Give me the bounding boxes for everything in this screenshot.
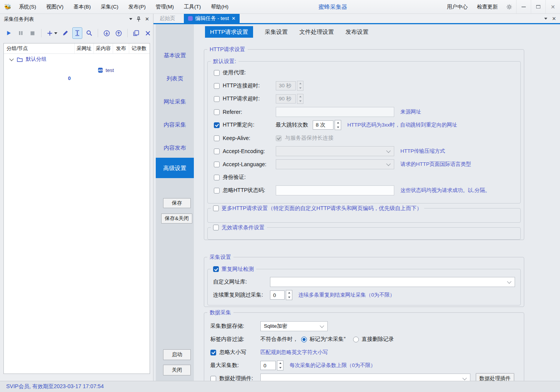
add-caret-icon — [54, 32, 57, 34]
referer-input[interactable] — [276, 107, 394, 117]
tree-row-task-selected[interactable]: AD test 0 — [4, 65, 150, 75]
menu-system[interactable]: 系统(S) — [14, 0, 41, 13]
accept-language-select[interactable] — [276, 159, 394, 169]
conn-timeout-checkbox[interactable] — [214, 83, 220, 89]
tabstrip-close-icon[interactable]: ✕ — [552, 16, 556, 22]
task-tree-table: 分组/节点 采网址 采内容 发布 记录数 默认分组 — [3, 43, 150, 374]
tab-file-settings[interactable]: 文件处理设置 — [299, 28, 334, 36]
accept-encoding-select[interactable] — [276, 146, 394, 156]
start-button[interactable]: 启动 — [163, 349, 191, 360]
data-plugin-select[interactable] — [260, 374, 470, 381]
tab-publish-settings[interactable]: 发布设置 — [345, 28, 368, 36]
add-task-button[interactable] — [45, 27, 59, 39]
nav-list-page[interactable]: 列表页 — [156, 72, 194, 85]
keepalive-checkbox[interactable] — [214, 135, 220, 141]
tag-filter-label: 标签内容过滤: — [210, 336, 260, 343]
collect-settings-group: 采集设置 重复网址检测 自定义网址库: 连续重复则跳过采集: — [204, 257, 524, 307]
pause-button[interactable] — [16, 27, 26, 39]
task-label: test — [106, 67, 114, 73]
dup-url-checkbox[interactable] — [213, 266, 219, 272]
save-close-button[interactable]: 保存&关闭 — [161, 214, 192, 224]
menu-basic[interactable]: 基本(B) — [68, 0, 96, 13]
tab-collect-settings[interactable]: 采集设置 — [265, 28, 288, 36]
redirect-checkbox[interactable] — [214, 122, 220, 128]
data-plugin-checkbox[interactable] — [210, 376, 216, 381]
max-jumps-stepper[interactable]: 8 次 — [313, 120, 341, 130]
skip-dup-stepper[interactable]: 0 — [270, 290, 292, 300]
req-timeout-stepper[interactable]: 90 秒 — [276, 94, 303, 104]
delete-button[interactable] — [143, 27, 153, 39]
tab-start-page[interactable]: 起始页 — [153, 14, 182, 23]
more-http-fieldset: 更多HTTP请求设置（特定页面的自定义HTTP请求头和网页编码，优先级自上而下） — [207, 208, 521, 223]
referer-checkbox[interactable] — [214, 109, 220, 115]
close-button[interactable]: 关闭 — [163, 365, 191, 375]
menu-publish[interactable]: 发布(P) — [123, 0, 151, 13]
nav-basic-settings[interactable]: 基本设置 — [156, 49, 194, 62]
save-button[interactable]: 保存 — [163, 198, 191, 208]
panel-menu-caret-icon[interactable] — [129, 18, 132, 20]
ignore-status-input[interactable] — [276, 185, 394, 195]
tree-row-group[interactable]: 默认分组 — [4, 54, 150, 65]
edit-pencil-button[interactable] — [60, 27, 71, 39]
data-plugin-button[interactable]: 数据处理插件 — [476, 373, 514, 381]
pin-icon[interactable] — [137, 17, 141, 22]
mark-uncollected-label: 标记为“未采集” — [310, 336, 345, 343]
maximize-button[interactable] — [531, 0, 545, 13]
search-button[interactable] — [84, 27, 94, 39]
minimize-button[interactable] — [516, 0, 531, 13]
mark-uncollected-radio[interactable] — [301, 337, 307, 342]
run-button[interactable] — [4, 27, 14, 39]
expand-rows-button[interactable] — [72, 27, 83, 39]
tab-http-settings[interactable]: HTTP请求设置 — [205, 26, 253, 38]
auth-checkbox[interactable] — [214, 175, 220, 180]
accept-language-checkbox[interactable] — [214, 162, 220, 167]
req-timeout-checkbox[interactable] — [214, 96, 220, 102]
user-center-link[interactable]: 用户中心 — [442, 0, 472, 13]
data-group-title: 数据采集 — [207, 309, 233, 316]
nav-url-collect[interactable]: 网址采集 — [156, 95, 194, 108]
custom-url-lib-select[interactable] — [270, 277, 515, 287]
settings-gear-icon[interactable] — [502, 0, 516, 13]
stop-button[interactable] — [28, 27, 38, 39]
nav-content-publish[interactable]: 内容发布 — [156, 142, 194, 154]
row-accept-encoding: Accept-Encoding: HTTP传输压缩方式 — [214, 145, 520, 158]
chevron-down-icon — [386, 162, 390, 166]
task-panel-title: 采集任务列表 — [4, 16, 34, 23]
export-button[interactable] — [113, 27, 124, 39]
redirect-hint: HTTP状态码为3xx时，自动跳转到重定向的网址 — [347, 122, 457, 128]
menu-help[interactable]: 帮助(H) — [206, 0, 233, 13]
invalid-request-checkbox[interactable] — [213, 225, 219, 230]
more-http-checkbox[interactable] — [213, 205, 219, 211]
expand-chevron-icon[interactable] — [9, 57, 13, 61]
close-window-button[interactable]: ✕ — [545, 0, 560, 13]
check-update-link[interactable]: 检查更新 — [472, 0, 502, 13]
custom-url-lib-label: 自定义网址库: — [213, 279, 270, 285]
conn-timeout-stepper[interactable]: 30 秒 — [276, 81, 303, 91]
document-tabstrip: 起始页 编辑任务 - test ✕ ✕ — [153, 14, 560, 24]
dup-url-fieldset: 重复网址检测 自定义网址库: 连续重复则跳过采集: 0 — [207, 269, 521, 305]
tab-edit-task[interactable]: 编辑任务 - test ✕ — [184, 14, 240, 23]
titlebar-right: 用户中心 检查更新 ✕ — [442, 0, 560, 13]
import-button[interactable] — [102, 27, 112, 39]
menu-view[interactable]: 视图(V) — [41, 0, 68, 13]
delete-record-radio[interactable] — [353, 337, 359, 342]
tab-close-icon[interactable]: ✕ — [232, 16, 235, 21]
keepalive-option-checkbox[interactable] — [276, 135, 282, 141]
keepalive-label: Keep-Alive: — [223, 135, 276, 141]
accept-encoding-checkbox[interactable] — [214, 148, 220, 154]
nav-advanced-settings[interactable]: 高级设置 — [156, 158, 194, 178]
ignore-case-checkbox[interactable] — [210, 350, 216, 355]
storage-select[interactable]: Sqlite加密 — [260, 321, 328, 331]
menu-manage[interactable]: 管理(M) — [151, 0, 179, 13]
menu-collect[interactable]: 采集(C) — [96, 0, 123, 13]
nav-content-collect[interactable]: 内容采集 — [156, 118, 194, 131]
tab-list-caret-icon[interactable] — [544, 18, 547, 20]
copy-button[interactable] — [131, 27, 141, 39]
row-ignore-status: 忽略HTTP状态码: 这些状态码均视为请求成功。以,分隔。 — [214, 184, 520, 197]
menu-tools[interactable]: 工具(T) — [179, 0, 206, 13]
panel-close-icon[interactable]: ✕ — [145, 16, 149, 22]
ignore-status-checkbox[interactable] — [214, 188, 220, 193]
editor-side-nav: 基本设置 列表页 网址采集 内容采集 内容发布 高级设置 保存 保存&关闭 启动… — [156, 24, 194, 381]
max-collect-stepper[interactable]: 0 — [260, 360, 283, 370]
use-proxy-checkbox[interactable] — [214, 70, 220, 76]
